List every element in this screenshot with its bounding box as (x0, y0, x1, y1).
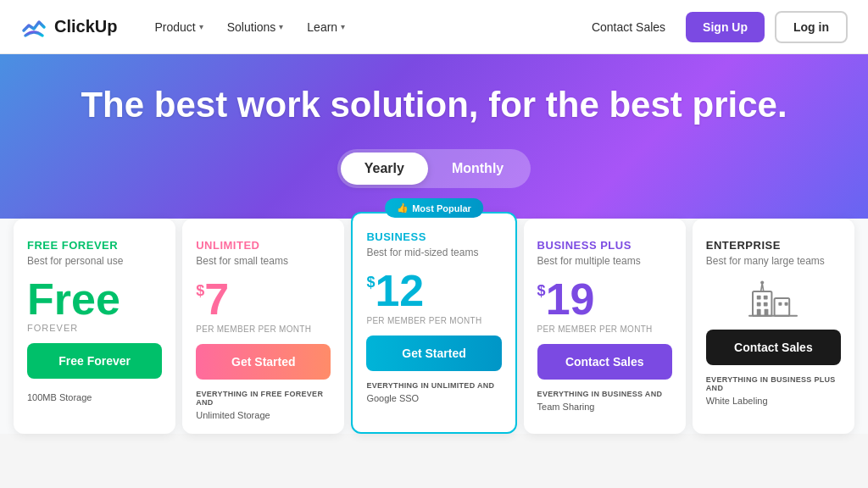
logo[interactable]: ClickUp (20, 14, 117, 41)
price-period-business: PER MEMBER PER MONTH (366, 316, 501, 325)
nav-product-label: Product (154, 20, 195, 34)
price-free: Free (27, 277, 162, 321)
svg-rect-9 (765, 309, 769, 316)
navbar: ClickUp Product ▾ Solutions ▾ Learn ▾ Co… (0, 0, 868, 54)
card-everything-enterprise: EVERYTHING IN BUSINESS PLUS AND (706, 375, 841, 392)
svg-point-11 (761, 281, 765, 285)
price-value-bplus: 19 (546, 277, 595, 321)
card-business-plus: BUSINESS PLUS Best for multiple teams $ … (524, 219, 686, 434)
get-started-business-button[interactable]: Get Started (366, 336, 501, 371)
enterprise-building-icon (746, 277, 800, 319)
card-feature-enterprise: White Labeling (706, 396, 841, 406)
svg-rect-3 (764, 296, 768, 300)
plan-name-free: FREE FOREVER (27, 239, 162, 252)
price-value-business: 12 (375, 269, 424, 313)
chevron-down-icon: ▾ (199, 22, 203, 31)
pricing-section: FREE FOREVER Best for personal use Free … (0, 219, 868, 434)
nav-learn-label: Learn (307, 20, 337, 34)
plan-name-unlimited: UNLIMITED (196, 239, 331, 252)
card-feature-business: Google SSO (366, 393, 501, 403)
svg-rect-6 (757, 309, 761, 316)
get-started-unlimited-button[interactable]: Get Started (196, 344, 331, 380)
nav-item-product[interactable]: Product ▾ (144, 14, 213, 41)
plan-desc-enterprise: Best for many large teams (706, 255, 841, 267)
hero-title: The best work solution, for the best pri… (17, 85, 851, 125)
svg-rect-8 (785, 302, 788, 306)
yearly-toggle-button[interactable]: Yearly (341, 152, 428, 185)
fire-icon: 👍 (397, 202, 409, 214)
nav-item-solutions[interactable]: Solutions ▾ (217, 14, 294, 41)
logo-icon (20, 14, 47, 41)
chevron-down-icon: ▾ (341, 22, 345, 31)
chevron-down-icon: ▾ (279, 22, 283, 31)
nav-solutions-label: Solutions (227, 20, 276, 34)
price-sublabel-free: FOREVER (27, 323, 162, 333)
contact-sales-button[interactable]: Contact Sales (581, 14, 676, 41)
card-unlimited: UNLIMITED Best for small teams $ 7 PER M… (182, 219, 344, 434)
svg-rect-5 (764, 302, 768, 307)
contact-sales-enterprise-button[interactable]: Contact Sales (706, 330, 841, 365)
price-dollar-business: $ (366, 274, 375, 291)
svg-rect-2 (757, 296, 761, 300)
card-feature-unlimited: Unlimited Storage (196, 410, 331, 420)
price-dollar-unlimited: $ (196, 282, 204, 300)
logo-text: ClickUp (54, 17, 117, 36)
card-free: FREE FOREVER Best for personal use Free … (14, 219, 175, 434)
svg-rect-1 (775, 298, 790, 316)
nav-actions: Contact Sales Sign Up Log in (581, 11, 848, 43)
nav-links: Product ▾ Solutions ▾ Learn ▾ (144, 14, 581, 41)
price-dollar-bplus: $ (537, 282, 546, 300)
monthly-toggle-button[interactable]: Monthly (428, 152, 527, 185)
price-row-business: $ 12 (366, 269, 501, 313)
card-everything-unlimited: EVERYTHING IN FREE FOREVER AND (196, 390, 331, 407)
free-forever-button[interactable]: Free Forever (27, 343, 162, 379)
plan-desc-free: Best for personal use (27, 255, 162, 267)
card-enterprise: ENTERPRISE Best for many large teams Con… (693, 219, 854, 434)
card-everything-business: EVERYTHING IN UNLIMITED AND (366, 381, 501, 390)
card-feature-free: 100MB Storage (27, 392, 162, 402)
billing-toggle: Yearly Monthly (337, 149, 531, 188)
plan-name-enterprise: ENTERPRISE (706, 239, 841, 252)
plan-desc-unlimited: Best for small teams (196, 255, 331, 267)
card-business: 👍 Most Popular BUSINESS Best for mid-siz… (351, 212, 516, 434)
svg-rect-0 (753, 291, 771, 316)
price-row-bplus: $ 19 (537, 277, 672, 321)
svg-rect-7 (779, 302, 782, 306)
price-value-unlimited: 7 (204, 277, 229, 321)
cards-container: FREE FOREVER Best for personal use Free … (14, 219, 854, 434)
plan-desc-bplus: Best for multiple teams (537, 255, 672, 267)
popular-badge: 👍 Most Popular (385, 198, 483, 218)
nav-item-learn[interactable]: Learn ▾ (297, 14, 355, 41)
price-row-unlimited: $ 7 (196, 277, 331, 321)
popular-label: Most Popular (412, 203, 471, 214)
contact-sales-bplus-button[interactable]: Contact Sales (537, 344, 672, 380)
card-everything-bplus: EVERYTHING IN BUSINESS AND (537, 390, 672, 398)
card-feature-bplus: Team Sharing (537, 402, 672, 412)
price-period-unlimited: PER MEMBER PER MONTH (196, 324, 331, 334)
price-period-bplus: PER MEMBER PER MONTH (537, 324, 672, 334)
plan-desc-business: Best for mid-sized teams (366, 247, 501, 258)
sign-up-button[interactable]: Sign Up (686, 12, 765, 42)
svg-rect-4 (757, 302, 761, 307)
log-in-button[interactable]: Log in (775, 11, 848, 43)
plan-name-bplus: BUSINESS PLUS (537, 239, 672, 252)
plan-name-business: BUSINESS (366, 230, 501, 243)
